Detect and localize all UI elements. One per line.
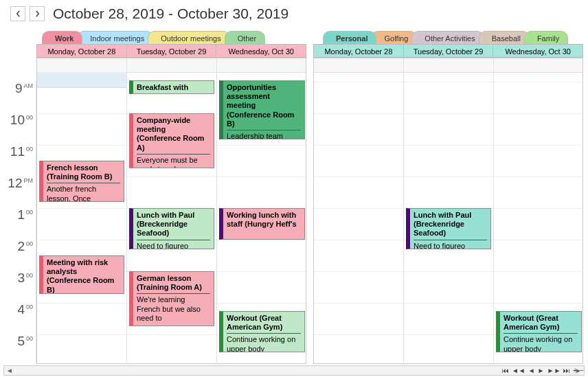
footer-toolbar: ⏮ ◄◄ ◄ ► ►► ⏭ + − [502,367,584,374]
event-lunch-paul-work[interactable]: Lunch with Paul (Breckenridge Seafood) N… [129,208,214,249]
hour-suffix: 00 [26,114,33,121]
event-title: Breakfast with [137,83,210,94]
tab-personal[interactable]: Personal [323,31,376,45]
tab-label: Indoor meetings [90,34,144,43]
hour-label: 3 [17,271,25,285]
hour-suffix: AM [24,82,34,89]
scroll-left-icon[interactable]: ◄ [4,366,15,375]
tab-indoor-meetings[interactable]: Indoor meetings [77,31,153,45]
hour-suffix: PM [24,177,34,184]
now-highlight [37,72,126,88]
hour-label: 11 [10,144,25,159]
event-breakfast[interactable]: Breakfast with [129,80,214,94]
event-title: Opportunities assessment meeting (Confer… [227,83,301,130]
hour-label: 4 [17,302,25,317]
event-desc: Continue working on upper body [504,335,578,352]
day-header[interactable]: Wednesday, Oct 30 [216,44,306,58]
event-desc: Everyone must be ready to ask [137,156,210,168]
event-desc: Need to figureo [414,242,487,249]
personal-tue-column[interactable]: Lunch with Paul (Breckenridge Seafood) N… [404,58,494,363]
date-range-title: October 28, 2019 - October 30, 2019 [53,5,289,22]
tab-label: Golfing [384,34,408,43]
hour-label: 9 [15,81,23,95]
event-companywide[interactable]: Company-wide meeting (Conference Room A)… [129,113,214,168]
event-german-lesson[interactable]: German lesson (Training Room A) We're le… [129,271,214,326]
prev-page-icon[interactable]: ◄◄ [512,367,525,374]
personal-panel: Lunch with Paul (Breckenridge Seafood) N… [313,58,583,364]
tab-outdoor-meetings[interactable]: Outdoor meetings [148,31,229,45]
tab-other[interactable]: Other [225,31,266,45]
hour-suffix: 00 [26,304,33,310]
event-title: Workout (Great American Gym) [227,314,301,334]
tab-baseball[interactable]: Baseball [479,31,530,45]
event-title: German lesson (Training Room A) [137,274,210,294]
zoom-in-icon[interactable]: + [573,367,577,374]
event-desc: Need to figureo [137,242,210,249]
hour-label: 12 [8,176,22,190]
event-french-lesson[interactable]: French lesson (Training Room B) Another … [39,161,124,202]
event-lunch-paul-personal[interactable]: Lunch with Paul (Breckenridge Seafood) N… [406,208,491,249]
tab-other-activities[interactable]: Other Activities [411,31,484,45]
prev-icon[interactable]: ◄ [528,367,535,374]
hour-label: 10 [10,113,25,127]
work-mon-column[interactable]: French lesson (Training Room B) Another … [37,58,127,363]
work-panel: French lesson (Training Room B) Another … [36,58,306,364]
day-header[interactable]: Wednesday, Oct 30 [493,44,583,58]
event-title: Lunch with Paul (Breckenridge Seafood) [137,211,210,240]
hour-label: 2 [17,239,25,253]
event-title: French lesson (Training Room B) [47,163,120,183]
tab-work[interactable]: Work [42,31,82,45]
next-range-button[interactable] [30,6,45,21]
event-title: Workout (Great American Gym) [504,314,578,334]
tab-label: Family [537,34,559,43]
hour-label: 5 [17,334,25,348]
event-workout-personal[interactable]: Workout (Great American Gym) Continue wo… [496,311,582,352]
day-header[interactable]: Tuesday, October 29 [404,44,494,58]
tab-label: Work [55,34,74,43]
event-risk-analysts[interactable]: Meeting with risk analysts (Conference R… [39,255,124,294]
tab-label: Other [238,34,257,43]
day-header[interactable]: Tuesday, October 29 [127,44,217,58]
tab-family[interactable]: Family [524,31,568,45]
prev-range-button[interactable] [10,6,25,21]
next-page-icon[interactable]: ►► [547,367,561,374]
work-wed-column[interactable]: Opportunities assessment meeting (Confer… [217,58,307,363]
work-tue-column[interactable]: Breakfast with Company-wide meeting (Con… [127,58,217,363]
day-header[interactable]: Monday, October 28 [313,44,404,58]
tab-label: Baseball [492,34,521,43]
hour-suffix: 00 [26,209,33,216]
first-page-icon[interactable]: ⏮ [502,367,509,374]
event-title: Company-wide meeting (Conference Room A) [137,116,210,155]
event-workout-work[interactable]: Workout (Great American Gym) Continue wo… [219,311,305,352]
event-desc: Another french lesson. Once [47,185,120,202]
hour-suffix: 00 [26,335,33,342]
tab-label: Personal [336,34,368,43]
day-header[interactable]: Monday, October 28 [36,44,127,58]
personal-mon-column[interactable] [314,58,404,363]
hour-label: 1 [17,207,25,222]
hour-suffix: 00 [26,146,33,152]
tab-label: Other Activities [425,34,475,43]
event-title: Lunch with Paul (Breckenridge Seafood) [414,211,487,240]
last-page-icon[interactable]: ⏭ [563,367,570,374]
hour-suffix: 00 [26,272,33,279]
tab-golfing[interactable]: Golfing [371,31,417,45]
event-desc: We're learning French but we also need t… [137,295,210,323]
event-title: Meeting with risk analysts (Conference R… [47,258,120,294]
time-axis: 9AM 1000 1100 12PM 100 200 300 400 500 [3,81,36,363]
event-desc: Continue working on upper body [227,335,301,352]
tab-label: Outdoor meetings [161,34,220,43]
hour-suffix: 00 [26,240,33,247]
event-desc: Leadership team [227,132,301,139]
event-opportunities[interactable]: Opportunities assessment meeting (Confer… [219,80,305,139]
event-working-lunch[interactable]: Working lunch with staff (Hungry Heff's [219,208,305,240]
horizontal-scrollbar[interactable]: ◄ ► [3,365,585,376]
event-title: Working lunch with staff (Hungry Heff's [227,211,301,229]
next-icon[interactable]: ► [538,367,545,374]
zoom-out-icon[interactable]: − [580,367,584,374]
personal-wed-column[interactable]: Workout (Great American Gym) Continue wo… [494,58,584,363]
